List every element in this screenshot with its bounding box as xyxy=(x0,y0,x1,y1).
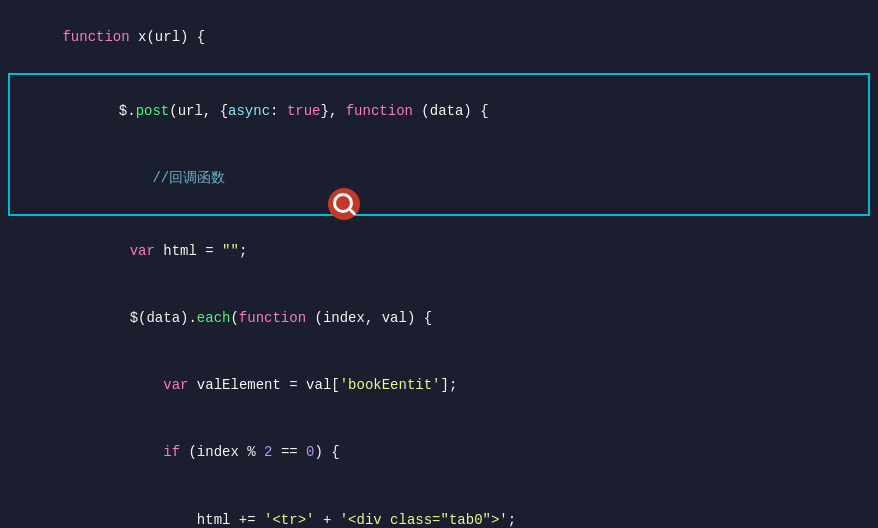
code-line-3: //回调函数 xyxy=(14,144,864,211)
code-line-8: html += '<tr>' + '<div class="tab0">'; xyxy=(0,486,878,528)
code-line-7: if (index % 2 == 0) { xyxy=(0,419,878,486)
highlight-region: $.post(url, {async: true}, function (dat… xyxy=(8,73,870,215)
code-editor: function x(url) { $.post(url, {async: tr… xyxy=(0,0,878,528)
code-line-1: function x(url) { xyxy=(0,4,878,71)
code-line-6: var valElement = val['bookEentit']; xyxy=(0,352,878,419)
code-line-4: var html = ""; xyxy=(0,218,878,285)
code-line-2: $.post(url, {async: true}, function (dat… xyxy=(14,77,864,144)
search-magnifier-icon[interactable] xyxy=(328,188,360,220)
keyword-function: function xyxy=(62,29,129,45)
code-line-5: $(data).each(function (index, val) { xyxy=(0,285,878,352)
